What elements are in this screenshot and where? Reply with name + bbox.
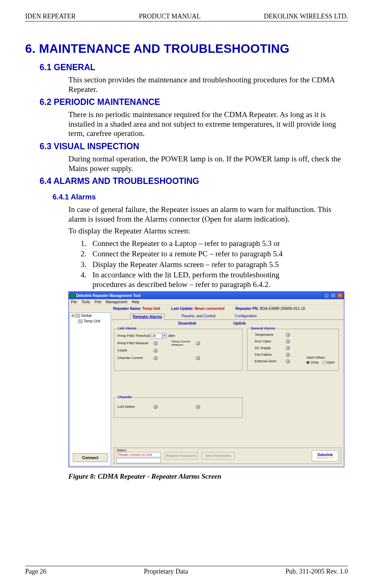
vswr-label: VSWR [114, 349, 151, 352]
tab-configuration[interactable]: Configuration [233, 313, 259, 319]
section-6-3-title: 6.3 VISUAL INSPECTION [40, 141, 348, 151]
section-6-4-title: 6.4 ALARMS AND TROUBLESHOOTING [40, 176, 348, 186]
external-alarm-label: External Alarm [255, 359, 284, 363]
status-bar: Status: Please Connect to Unit Request P… [114, 448, 341, 464]
uplink-header: Uplink [233, 321, 246, 325]
threshold-unit: dBm [168, 334, 175, 338]
lock-detect-label: Lock Detect [114, 405, 151, 408]
status-label: Status: [116, 448, 161, 452]
menu-file[interactable]: File [71, 300, 77, 304]
radio-close[interactable] [306, 361, 310, 364]
general-alarms-legend: General Alarms [250, 327, 276, 330]
led-icon [153, 405, 158, 409]
page-footer: Page 26 Proprietary Data Pub. 311-2005 R… [25, 566, 348, 575]
footer-right: Pub. 311-2005 Rev. 1.0 [286, 568, 348, 575]
tree-global-label: Global [81, 314, 92, 318]
minus-icon: ⊟ [71, 314, 74, 318]
list-item: 1. Connect the Repeater to a Laptop – re… [81, 239, 296, 248]
led-icon [196, 356, 200, 360]
general-alarms-panel: General Alarms Temperature Door Open DC … [247, 329, 339, 371]
tab-bar: Repeater Alarms Params. and Control Conf… [112, 312, 343, 320]
menu-tools[interactable]: Tools [81, 300, 90, 304]
menu-help[interactable]: Help [132, 300, 139, 304]
channler-panel: Channler Lock Detect [114, 397, 243, 418]
list-text: Connect the Repeater to a remote PC – re… [92, 249, 283, 259]
app-icon [70, 293, 75, 298]
minimize-icon[interactable]: _ [324, 293, 330, 298]
list-item: 3. Display the Repeater Alarms screen – … [81, 260, 296, 269]
request-parameters-button[interactable]: Request Parameters [165, 452, 198, 459]
led-icon [153, 349, 158, 353]
header-right: DEKOLINK WIRELESS LTD. [264, 13, 348, 20]
tree-temp-unit[interactable]: Temp Unit [70, 318, 111, 324]
link-alarms-panel: Link Alarms PAmp FWD Threshold 29 ▾ dBm … [114, 329, 243, 371]
header-center: PRODUCT MANUAL [139, 13, 200, 20]
threshold-input[interactable]: 29 [151, 333, 162, 338]
footer-center: Proprietary Data [144, 568, 188, 575]
window-titlebar: Dekolink Repeater Management Tool _ □ × [69, 292, 344, 299]
menu-management[interactable]: Management [106, 300, 127, 304]
section-6-3-body: During normal operation, the POWER lamp … [68, 154, 348, 173]
list-number: 3. [81, 260, 92, 269]
tab-params-control[interactable]: Params. and Control [179, 313, 218, 319]
led-icon [286, 346, 290, 350]
alarm-when-label: Alarm When: [306, 356, 335, 359]
section-6-4-1-p1: In case of general failure, the Repeater… [68, 205, 348, 224]
status-message: Please Connect to Unit [116, 452, 161, 457]
tab-repeater-alarms[interactable]: Repeater Alarms [130, 314, 165, 320]
chevron-down-icon[interactable]: ▾ [162, 333, 167, 338]
list-item: 4. In accordance with the lit LED, perfo… [81, 270, 296, 290]
maximize-icon[interactable]: □ [330, 293, 336, 298]
send-parameters-button[interactable]: Send Parameters [202, 452, 235, 459]
radio-open-label: Open [327, 360, 335, 364]
list-item: 2. Connect the Repeater to a remote PC –… [81, 249, 296, 259]
list-text: Connect the Repeater to a Laptop – refer… [92, 239, 280, 248]
door-open-label: Door Open [255, 339, 284, 343]
section-6-1-body: This section provides the maintenance an… [68, 75, 348, 94]
led-icon [153, 356, 158, 360]
tree-unit-label: Temp Unit [84, 319, 100, 323]
link-alarms-legend: Link Alarms [116, 327, 138, 330]
list-number: 2. [81, 249, 92, 259]
repeater-name-label: Repeater Name: [113, 307, 141, 311]
list-text: Display the Repeater Alarms screen – ref… [92, 260, 279, 269]
alarm-steps-list: 1. Connect the Repeater to a Laptop – re… [81, 239, 296, 289]
header-left: IDEN REPEATER [25, 13, 76, 20]
tree-global[interactable]: ⊟ Global [70, 313, 111, 318]
dekolink-logo: Dekolink WIRELESS LTD [312, 450, 338, 461]
dc-supply-label: DC Supply [255, 346, 284, 350]
fan-failure-label: Fan Failure [255, 353, 284, 356]
connect-button[interactable]: Connect [73, 453, 108, 462]
repeater-pn-value: BDA-ESMR-25W80-811-10 [260, 307, 305, 311]
led-icon [286, 339, 290, 343]
led-icon [286, 359, 290, 363]
radio-close-label: Close [310, 360, 319, 364]
led-icon [286, 333, 290, 337]
window-title: Dekolink Repeater Management Tool [76, 294, 141, 298]
column-headers: Downlink Uplink [112, 320, 343, 326]
temperature-label: Temperature [255, 333, 284, 336]
radio-open[interactable] [322, 361, 326, 364]
alarm-when-group: Alarm When: Close Open [306, 356, 335, 364]
section-6-1-title: 6.1 GENERAL [40, 62, 348, 72]
info-row: Repeater Name: Temp Unit Last Update: Ne… [69, 305, 344, 311]
page-header: IDEN REPEATER PRODUCT MANUAL DEKOLINK WI… [25, 13, 348, 21]
status-progress [116, 458, 161, 463]
chapter-heading: 6. MAINTENANCE AND TROUBLESHOOTING [25, 42, 348, 56]
close-icon[interactable]: × [337, 293, 343, 298]
channler-current-label: Channler Current [114, 356, 151, 360]
pamp-current-measure-label: PAmp Current Measure [172, 340, 194, 346]
led-icon [196, 405, 200, 409]
section-6-4-1-title: 6.4.1 Alarms [53, 193, 348, 201]
led-icon [286, 353, 290, 357]
repeater-name-value: Temp Unit [142, 307, 160, 311]
repeater-pn-label: Repeater PN: [236, 307, 259, 311]
section-6-2-body: There is no periodic maintenance require… [68, 110, 348, 139]
menu-port[interactable]: Port [94, 300, 101, 304]
footer-left: Page 26 [25, 568, 47, 575]
device-icon [78, 319, 82, 323]
channler-legend: Channler [116, 395, 133, 399]
figure-caption: Figure 8: CDMA Repeater - Repeater Alarm… [68, 472, 348, 481]
led-icon [196, 341, 200, 345]
pamp-fwd-measure-label: PAmp FWD Measure [114, 341, 151, 345]
